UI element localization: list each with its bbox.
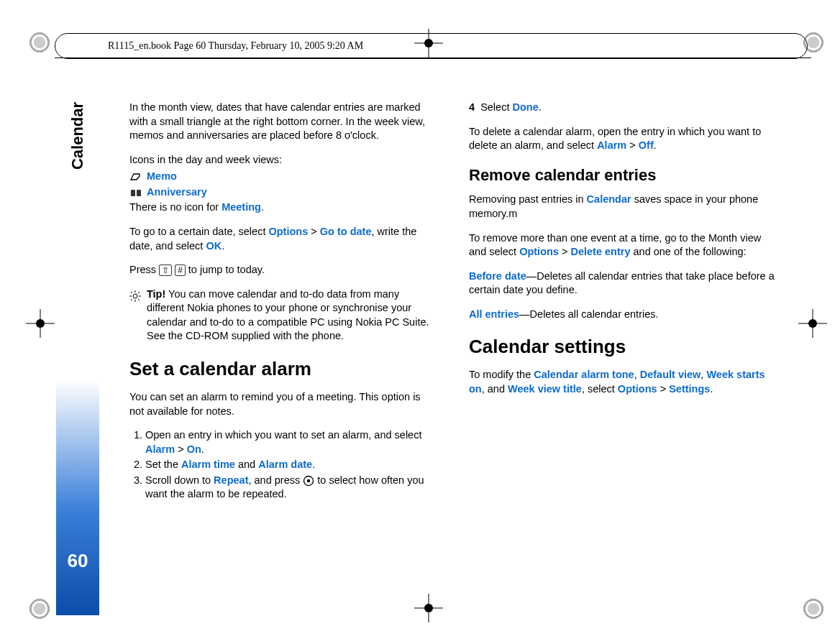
memo-label: Memo [147, 170, 177, 184]
body-paragraph: There is no icon for Meeting. [129, 201, 437, 215]
memo-icon [129, 170, 142, 184]
body-paragraph: To go to a certain date, select Options … [129, 225, 437, 253]
svg-rect-1 [137, 190, 141, 196]
tip-text: Tip! You can move calendar and to-do dat… [147, 288, 437, 344]
body-paragraph: To delete a calendar alarm, open the ent… [469, 125, 777, 153]
svg-line-8 [138, 299, 140, 300]
page-number: 60 [68, 550, 88, 572]
tip-block: Tip! You can move calendar and to-do dat… [129, 288, 437, 344]
svg-line-9 [138, 292, 140, 293]
joystick-icon [303, 474, 317, 486]
registration-mark-icon [26, 309, 55, 338]
heading-set-alarm: Set a calendar alarm [129, 356, 437, 382]
column-left: In the month view, dates that have calen… [129, 101, 437, 512]
step-item: Set the Alarm time and Alarm date. [145, 458, 437, 472]
body-paragraph: You can set an alarm to remind you of a … [129, 390, 437, 418]
heading-remove-entries: Remove calendar entries [469, 165, 777, 186]
shift-key-icon: ⇧ [159, 264, 172, 276]
svg-rect-0 [131, 190, 135, 196]
hash-key-icon: # [175, 264, 186, 276]
anniversary-label: Anniversary [147, 185, 207, 200]
page-content: In the month view, dates that have calen… [129, 101, 777, 512]
body-paragraph: To remove more than one event at a time,… [469, 231, 777, 259]
body-paragraph: Icons in the day and week views: [129, 153, 437, 167]
crop-mark-icon [801, 597, 826, 621]
body-paragraph: To modify the Calendar alarm tone, Defau… [469, 368, 777, 396]
anniversary-icon-row: Anniversary [129, 185, 437, 200]
step-item: 4 Select Done. [469, 101, 777, 115]
body-paragraph: All entries—Deletes all calendar entries… [469, 308, 777, 322]
step-item: Open an entry in which you want to set a… [145, 428, 437, 456]
svg-point-2 [133, 294, 137, 298]
sidebar: Calendar 60 [56, 92, 99, 615]
divider [55, 58, 811, 58]
registration-mark-icon [414, 594, 443, 622]
section-title: Calendar [68, 102, 87, 170]
anniversary-icon [129, 185, 142, 200]
heading-calendar-settings: Calendar settings [469, 334, 777, 359]
tip-icon [129, 289, 141, 344]
steps-list: Open an entry in which you want to set a… [129, 428, 437, 502]
svg-line-7 [131, 292, 132, 293]
framemaker-header: R1115_en.book Page 60 Thursday, February… [108, 40, 363, 52]
crop-mark-icon [27, 597, 52, 621]
registration-mark-icon [798, 309, 827, 338]
column-right: 4 Select Done. To delete a calendar alar… [469, 101, 777, 512]
body-paragraph: In the month view, dates that have calen… [129, 101, 437, 143]
body-paragraph: Removing past entries in Calendar saves … [469, 193, 777, 221]
svg-point-12 [307, 479, 310, 482]
body-paragraph: Before date—Deletes all calendar entries… [469, 270, 777, 298]
crop-mark-icon [27, 30, 52, 55]
step-item: Scroll down to Repeat, and press to sele… [145, 474, 437, 502]
svg-line-10 [131, 299, 132, 300]
body-paragraph: Press ⇧ # to jump to today. [129, 263, 437, 277]
memo-icon-row: Memo [129, 170, 437, 184]
